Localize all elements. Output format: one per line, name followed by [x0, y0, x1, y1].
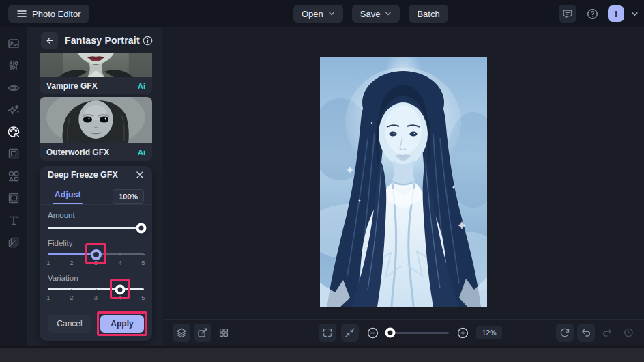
variation-label: Variation [48, 274, 78, 282]
zoom-controls: 12% [319, 324, 502, 342]
effect-card-vampire-gfx[interactable]: Vampire GFX Ai [40, 53, 152, 94]
zoom-slider-handle[interactable] [385, 328, 396, 338]
effect-name: Outerworld GFX [46, 148, 109, 157]
frames-icon[interactable] [7, 147, 20, 161]
grid-icon [218, 326, 230, 339]
top-bar: Photo Editor Open Save Batch [0, 0, 644, 27]
amount-label: Amount [48, 211, 75, 219]
layers-icon [175, 326, 188, 339]
feedback-button[interactable] [559, 5, 576, 23]
resize-icon [196, 326, 209, 339]
comment-icon [561, 8, 574, 20]
zoom-in-button[interactable] [454, 324, 471, 342]
layers-button[interactable] [173, 324, 190, 342]
outerworld-gfx-label-bar: Outerworld GFX Ai [40, 143, 152, 161]
redo-icon [601, 326, 613, 339]
save-button[interactable]: Save [352, 5, 400, 23]
fidelity-slider-fill [48, 253, 96, 255]
effect-card-outerworld-gfx[interactable]: Outerworld GFX Ai [40, 97, 152, 161]
fullscreen-icon [321, 326, 334, 339]
effect-name: Vampire GFX [46, 81, 98, 91]
artsy-palette-icon[interactable] [7, 125, 20, 139]
textures-icon[interactable] [7, 236, 20, 249]
undo-icon [580, 326, 592, 339]
grid-button[interactable] [215, 324, 233, 342]
canvas-image[interactable] [320, 57, 487, 307]
text-icon[interactable] [7, 214, 20, 227]
bottom-toolbar: 12% [163, 319, 644, 346]
canvas-tools-left [173, 324, 233, 342]
fidelity-slider[interactable] [48, 253, 144, 255]
fidelity-ticks: 1 2 3 4 5 [48, 259, 144, 266]
history-controls [556, 324, 637, 342]
tab-adjust[interactable]: Adjust [40, 184, 96, 204]
variation-slider-handle[interactable] [115, 284, 125, 294]
redo-button[interactable] [598, 324, 616, 342]
vampire-gfx-thumbnail [40, 53, 152, 77]
variation-slider[interactable] [48, 288, 144, 290]
canvas-area[interactable] [163, 27, 644, 319]
question-icon [586, 8, 599, 20]
tool-header: Deep Freeze GFX [40, 166, 152, 184]
deep-freeze-tool-card: Deep Freeze GFX Adjust Select Amount 100… [40, 166, 152, 341]
open-button[interactable]: Open [293, 5, 343, 23]
image-manager-icon[interactable] [7, 37, 20, 51]
effect-list: Vampire GFX Ai [27, 53, 162, 346]
fit-screen-button[interactable] [341, 324, 359, 342]
user-avatar[interactable]: I [608, 5, 624, 22]
effects-sparkles-icon[interactable] [7, 103, 20, 117]
zoom-level-value[interactable]: 12% [476, 326, 502, 339]
chevron-down-icon[interactable] [631, 10, 639, 18]
apply-button[interactable]: Apply [100, 315, 144, 333]
cancel-button[interactable]: Cancel [48, 315, 91, 333]
adjust-sliders-icon[interactable] [7, 59, 20, 72]
zoom-out-icon [366, 326, 379, 339]
graphics-shapes-icon[interactable] [7, 169, 20, 183]
history-icon [622, 326, 634, 339]
main-menu-button[interactable]: Photo Editor [8, 5, 89, 23]
hamburger-icon [16, 8, 27, 19]
amount-slider[interactable] [48, 227, 144, 229]
amount-slider-handle[interactable] [136, 223, 147, 233]
app-title: Photo Editor [32, 9, 81, 19]
file-actions: Open Save Batch [293, 5, 448, 23]
info-icon[interactable] [142, 35, 153, 46]
chevron-down-icon [328, 10, 335, 17]
panel-title: Fantasy Portrait [65, 35, 140, 46]
zoom-slider[interactable] [386, 332, 449, 334]
resize-button[interactable] [194, 324, 211, 342]
window-footer [0, 346, 644, 362]
fit-screen-icon [344, 326, 356, 339]
fidelity-label: Fidelity [48, 239, 72, 247]
tool-title: Deep Freeze GFX [48, 170, 118, 180]
undo-button[interactable] [577, 324, 595, 342]
help-button[interactable] [583, 5, 601, 23]
outerworld-gfx-thumbnail [40, 97, 152, 143]
zoom-in-icon [456, 326, 469, 339]
ai-badge: Ai [138, 148, 145, 156]
history-button[interactable] [619, 324, 637, 342]
divider [48, 309, 144, 309]
amount-value: 100% [113, 189, 144, 204]
vampire-gfx-label-bar: Vampire GFX Ai [40, 77, 152, 94]
back-button[interactable] [41, 32, 58, 49]
fullscreen-button[interactable] [319, 324, 336, 342]
panel-header: Fantasy Portrait [27, 27, 162, 53]
photo-editor-app: Photo Editor Open Save Batch [0, 0, 644, 362]
chevron-down-icon [385, 10, 392, 17]
ai-badge: Ai [138, 82, 145, 90]
tool-rail [0, 27, 27, 346]
touchup-eye-icon[interactable] [7, 81, 20, 95]
overlays-ornate-frame-icon[interactable] [7, 191, 20, 205]
batch-button[interactable]: Batch [409, 5, 448, 23]
close-icon[interactable] [136, 171, 144, 179]
variation-ticks: 1 2 3 4 5 [48, 294, 144, 301]
account-area: I [559, 5, 639, 23]
reset-icon [559, 326, 571, 339]
zoom-out-button[interactable] [364, 324, 381, 342]
reset-button[interactable] [556, 324, 574, 342]
